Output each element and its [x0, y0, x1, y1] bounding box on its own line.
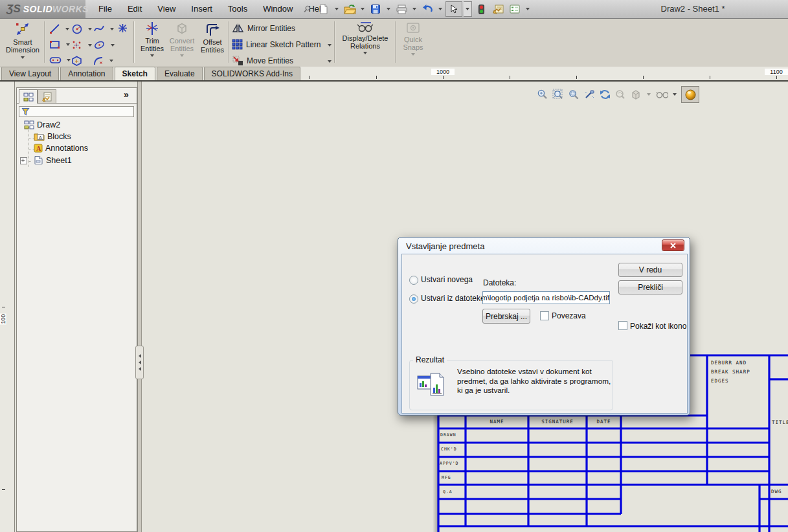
refresh-icon[interactable] [598, 88, 611, 101]
open-dropdown[interactable] [361, 8, 365, 10]
magic-wand-icon[interactable] [583, 88, 596, 101]
circle-dropdown[interactable] [88, 28, 92, 30]
trim-entities-button[interactable]: Trim Entities [137, 21, 167, 57]
zoom-area-icon[interactable] [567, 88, 580, 101]
menu-window[interactable]: Window [255, 0, 300, 18]
appearance-ball-button[interactable] [681, 86, 699, 103]
tab-solidworks-add-ins[interactable]: SOLIDWORKS Add-Ins [204, 67, 300, 80]
panel-collapse-handle[interactable] [135, 346, 144, 379]
link-checkbox[interactable] [540, 311, 549, 320]
select-cursor-icon[interactable] [445, 1, 462, 17]
link-checkbox-label[interactable]: Povezava [552, 311, 586, 320]
circle-tool[interactable] [71, 23, 94, 35]
sketch-pattern-point-tool[interactable] [71, 39, 94, 50]
close-button[interactable] [662, 239, 684, 251]
save-icon[interactable] [368, 2, 383, 16]
spline-tool[interactable] [93, 23, 116, 34]
zoom-fit-icon[interactable] [552, 88, 565, 101]
select-dropdown[interactable] [464, 1, 472, 17]
browse-button[interactable]: Prebrskaj ... [482, 309, 530, 324]
tab-evaluate[interactable]: Evaluate [157, 67, 203, 80]
line-tool[interactable] [49, 23, 71, 34]
feature-tree-tab[interactable] [19, 89, 38, 104]
move-entities-button[interactable]: Move Entities [232, 55, 293, 66]
fillet-dropdown[interactable] [109, 60, 113, 62]
ellipse-dropdown[interactable] [111, 44, 115, 47]
panel-expand-chevron[interactable]: » [124, 89, 129, 100]
file-path-input[interactable]: um\logotip podjetja na risbo\ib-CADdy.ti… [482, 291, 610, 304]
glasses-icon [356, 21, 374, 33]
slot-tool[interactable] [49, 56, 73, 65]
cancel-button[interactable]: Prekliči [618, 280, 682, 294]
move-entities-dropdown[interactable] [328, 60, 332, 63]
glasses-icon[interactable] [655, 88, 668, 101]
line-dropdown[interactable] [65, 28, 69, 30]
open-icon[interactable] [342, 2, 357, 16]
radio-create-new-label[interactable]: Ustvari novega [421, 275, 473, 284]
sheet-row-drawn: DRAWN [440, 432, 456, 438]
fillet-tool[interactable] [93, 56, 115, 66]
radio-create-from-file[interactable] [409, 294, 418, 304]
display-delete-relations-button[interactable]: Display/Delete Relations [338, 21, 392, 54]
display-as-icon-label[interactable]: Pokaži kot ikono [630, 322, 686, 331]
tree-item-sheet1[interactable]: Sheet1 [34, 155, 72, 165]
display-as-icon-checkbox[interactable] [618, 321, 627, 330]
pattern-point-dropdown[interactable] [88, 44, 92, 47]
linear-pattern-icon [232, 39, 243, 50]
pin-icon[interactable] [299, 2, 315, 16]
tree-expander[interactable] [20, 157, 27, 164]
rectangle-tool[interactable] [49, 39, 72, 50]
ok-button[interactable]: V redu [618, 263, 682, 277]
trim-dropdown[interactable] [150, 54, 154, 57]
print-dropdown[interactable] [412, 8, 416, 10]
menu-file[interactable]: File [91, 0, 120, 18]
tree-item-blocks[interactable]: A Blocks [34, 132, 71, 141]
offset-entities-button[interactable]: Offset Entities [197, 21, 227, 54]
ruler-label-100: 100 [0, 313, 6, 324]
smart-dimension-dropdown[interactable] [21, 56, 25, 59]
tab-annotation[interactable]: Annotation [60, 67, 113, 80]
tree-filter-box[interactable] [19, 106, 134, 117]
save-dropdown[interactable] [387, 8, 390, 10]
rebuild-traffic-light-icon[interactable] [473, 2, 489, 16]
zoom-in-icon[interactable] [536, 88, 549, 101]
rectangle-dropdown[interactable] [66, 43, 70, 46]
insert-object-dialog: Vstavljanje predmeta Ustvari novega Ustv… [398, 237, 690, 416]
new-dropdown[interactable] [335, 8, 339, 10]
print-icon[interactable] [394, 2, 409, 16]
linear-pattern-dropdown[interactable] [328, 44, 332, 47]
tree-item-draw2[interactable]: Draw2 [24, 120, 60, 129]
mirror-entities-button[interactable]: Mirror Entities [232, 23, 295, 34]
linear-sketch-pattern-button[interactable]: Linear Sketch Pattern [232, 39, 321, 50]
properties-icon[interactable] [490, 2, 506, 16]
panel-splitter[interactable] [137, 82, 142, 532]
tree-item-annotations[interactable]: A Annotations [34, 144, 88, 153]
menu-view[interactable]: View [150, 0, 183, 18]
quick-snaps-dropdown [411, 53, 415, 56]
radio-create-new[interactable] [409, 276, 418, 285]
tab-sketch[interactable]: Sketch [115, 67, 155, 80]
radio-create-from-file-label[interactable]: Ustvari iz datoteke [421, 294, 485, 303]
vertical-ruler: 100 [0, 82, 15, 532]
relations-dropdown[interactable] [363, 52, 367, 54]
ribbon-separator [228, 21, 229, 63]
undo-icon[interactable] [420, 2, 435, 16]
spline-dropdown[interactable] [110, 28, 114, 30]
options-list-icon[interactable] [507, 2, 523, 16]
slot-dropdown[interactable] [67, 59, 71, 61]
polygon-tool[interactable] [71, 56, 82, 66]
menu-tools[interactable]: Tools [220, 0, 255, 18]
point-tool[interactable] [118, 23, 128, 33]
undo-dropdown[interactable] [438, 8, 442, 10]
property-manager-tab[interactable] [38, 89, 56, 104]
smart-dimension-button[interactable]: Smart Dimension [4, 21, 41, 59]
solidworks-logo: ƷS SOLIDWORKS [0, 0, 85, 18]
ellipse-tool[interactable] [93, 39, 117, 50]
menu-edit[interactable]: Edit [120, 0, 150, 18]
tab-view-layout[interactable]: View Layout [1, 67, 59, 80]
menu-insert[interactable]: Insert [183, 0, 220, 18]
glasses-dropdown[interactable] [673, 93, 677, 96]
ribbon-canvas-divider [0, 80, 788, 82]
new-document-icon[interactable] [316, 2, 332, 16]
options-dropdown[interactable] [526, 8, 530, 10]
